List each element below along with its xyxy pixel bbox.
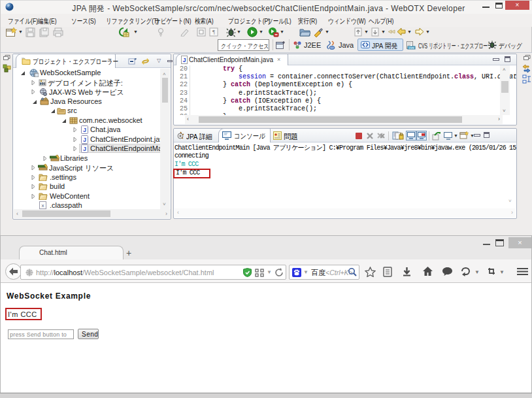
svg-text:CVS: CVS: [409, 47, 414, 50]
svg-text:J: J: [182, 57, 186, 63]
svg-text:J: J: [83, 127, 86, 133]
svg-text:J: J: [83, 137, 86, 143]
svg-text:x: x: [42, 203, 44, 208]
svg-text:J: J: [83, 146, 86, 152]
svg-text:3.0: 3.0: [41, 82, 45, 85]
